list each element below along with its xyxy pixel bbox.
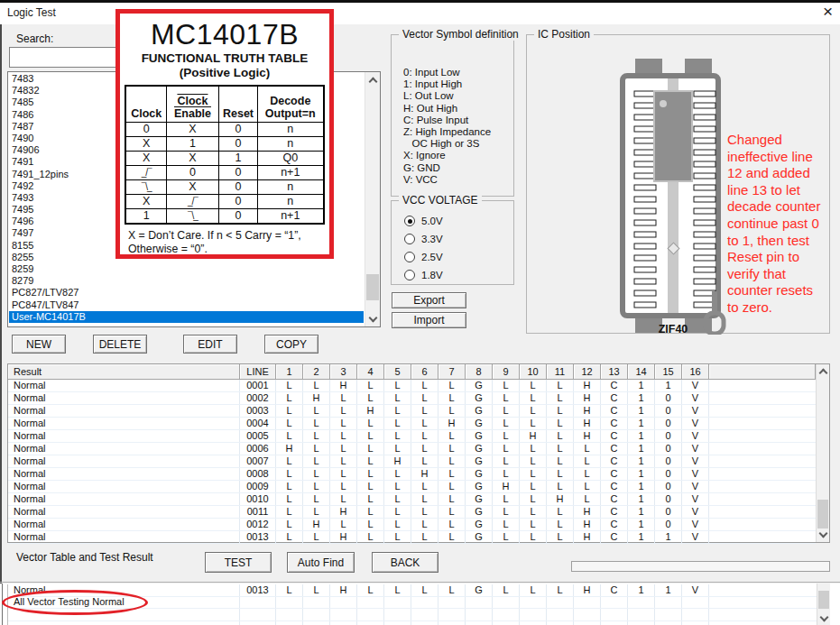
close-icon[interactable]: × <box>823 2 833 22</box>
truth-table-header-row: ClockClock EnableResetDecode Output=n <box>125 86 323 122</box>
column-header-pin[interactable]: 7 <box>438 364 466 380</box>
table-row[interactable]: Normal0009LLLLLLLGHLLLC10V <box>8 481 816 493</box>
scrollbar-thumb[interactable] <box>817 500 828 528</box>
column-header-line[interactable]: LINE <box>240 364 276 380</box>
vector-symbol-line: H: Out High <box>403 103 491 115</box>
pin-cell: 0 <box>655 430 682 442</box>
pin-cell: L <box>547 430 574 442</box>
export-button[interactable]: Export <box>392 292 466 308</box>
column-header-pin[interactable]: 16 <box>682 364 709 380</box>
column-header-pin[interactable]: 12 <box>574 364 601 380</box>
scrollbar-thumb[interactable] <box>818 591 829 609</box>
result-cell: Normal <box>8 418 240 429</box>
column-header-pin[interactable]: 11 <box>547 364 574 380</box>
line-cell <box>240 597 276 609</box>
pin-cell: L <box>330 443 357 455</box>
table-row[interactable]: Normal0003LLLHLLLGLLLHC10V <box>8 405 816 418</box>
column-header-pin[interactable]: 6 <box>411 364 438 380</box>
column-header-pin[interactable]: 1 <box>276 364 303 380</box>
column-header-filler <box>709 364 816 380</box>
delete-button[interactable]: DELETE <box>93 335 147 354</box>
table-row[interactable]: Normal0012LHLLLLLGLLLHC10V <box>8 519 816 531</box>
table-row[interactable]: Normal0008LLLLLHLGLLLLC10V <box>8 468 816 481</box>
pin-cell: L <box>384 418 411 429</box>
column-header-pin[interactable]: 2 <box>303 364 330 380</box>
list-item[interactable]: User-MC14017B <box>9 311 364 323</box>
scroll-down-icon[interactable] <box>817 612 830 625</box>
table-row[interactable]: Normal0002LHLLLLLGLLLHC10V <box>8 392 816 405</box>
truth-cell: n <box>258 194 324 208</box>
vcc-option[interactable]: 3.3V <box>404 230 443 248</box>
vcc-voltage-group: VCC VOLTAGE 5.0V3.3V2.5V1.8V <box>391 200 514 285</box>
vcc-option[interactable]: 2.5V <box>404 248 443 266</box>
table-row[interactable]: Normal0006HLLLLLLGLLLLC10V <box>8 443 816 455</box>
column-header-pin[interactable]: 3 <box>330 364 357 380</box>
vcc-option-label: 2.5V <box>421 252 443 262</box>
pin-cell <box>547 621 574 625</box>
auto-find-button[interactable]: Auto Find <box>287 552 355 573</box>
scrollbar-thumb[interactable] <box>366 274 379 300</box>
pin-cell: L <box>493 468 520 480</box>
pin-cell: L <box>303 405 330 417</box>
table-row[interactable]: Normal0013LLHLLLLGLLLHC11V <box>8 531 816 544</box>
pin-cell: L <box>357 481 384 492</box>
pin-cell <box>384 609 411 620</box>
column-header-pin[interactable]: 15 <box>655 364 682 380</box>
scroll-up-icon[interactable] <box>365 72 380 87</box>
truth-cell: _/¯ <box>166 194 218 208</box>
table-row[interactable] <box>8 621 817 625</box>
column-header-pin[interactable]: 14 <box>628 364 655 380</box>
pin-cell: G <box>466 531 493 543</box>
list-item[interactable]: PC847/LTV847 <box>9 299 364 311</box>
vector-grid-scrollbar[interactable] <box>816 364 829 542</box>
import-button[interactable]: Import <box>392 312 466 328</box>
test-button[interactable]: TEST <box>205 552 272 573</box>
list-item[interactable]: 8259 <box>9 263 364 275</box>
vcc-option[interactable]: 1.8V <box>404 266 443 284</box>
pin-cell: H <box>384 455 411 467</box>
bottom-scrollbar[interactable] <box>817 584 830 625</box>
column-header-pin[interactable]: 4 <box>357 364 384 380</box>
line-cell: 0005 <box>240 430 276 442</box>
scroll-down-icon[interactable] <box>365 312 380 326</box>
pin-cell <box>655 609 682 620</box>
table-row[interactable]: Normal0004LLLLLLHGLLLHC10V <box>8 418 816 430</box>
pin-cell: L <box>357 468 384 480</box>
pin-cell: L <box>547 418 574 429</box>
truth-cell: X <box>125 136 166 151</box>
pin-cell <box>682 597 709 609</box>
column-header-pin[interactable]: 13 <box>601 364 628 380</box>
line-cell <box>240 621 276 625</box>
column-header-pin[interactable]: 5 <box>384 364 411 380</box>
table-row[interactable]: Normal0007LLLLHLLGLLLLC10V <box>8 455 816 468</box>
truth-cell: 0 <box>218 179 257 194</box>
vector-grid-header: ResultLINE12345678910111213141516 <box>8 364 816 380</box>
back-button[interactable]: BACK <box>372 552 438 573</box>
list-item[interactable]: PC827/LTV827 <box>9 287 364 299</box>
table-row[interactable]: Normal0005LLLLLLLGLHLHC10V <box>8 430 816 443</box>
table-row[interactable]: Normal0010LLLLLLLGLLHLC10V <box>8 493 816 506</box>
ic-list-scrollbar[interactable] <box>365 72 380 326</box>
pin-cell: 1 <box>628 380 655 391</box>
scroll-down-icon[interactable] <box>817 528 829 542</box>
column-header-result[interactable]: Result <box>8 364 240 380</box>
pin-cell: H <box>303 392 330 404</box>
column-header-pin[interactable]: 9 <box>493 364 520 380</box>
copy-button[interactable]: COPY <box>264 335 318 354</box>
column-header-pin[interactable]: 8 <box>466 364 493 380</box>
table-row[interactable]: Normal0011LLHLLLLGLLLHC10V <box>8 506 816 519</box>
pin-cell <box>520 609 547 620</box>
vcc-option[interactable]: 5.0V <box>404 212 443 230</box>
edit-button[interactable]: EDIT <box>183 335 237 354</box>
new-button[interactable]: NEW <box>12 335 66 354</box>
result-cell: Normal <box>8 443 240 455</box>
pin-cell: C <box>601 392 628 404</box>
table-row[interactable]: Normal0001LLHLLLLGLLLHC11V <box>8 380 816 392</box>
line-cell: 0013 <box>240 531 276 543</box>
line-cell: 0001 <box>240 380 276 391</box>
column-header-pin[interactable]: 10 <box>520 364 547 380</box>
scroll-up-icon[interactable] <box>817 364 829 378</box>
list-item[interactable]: 8279 <box>9 275 364 287</box>
vector-symbol-line: 0: Input Low <box>403 67 491 78</box>
pin-cell: L <box>438 481 466 492</box>
